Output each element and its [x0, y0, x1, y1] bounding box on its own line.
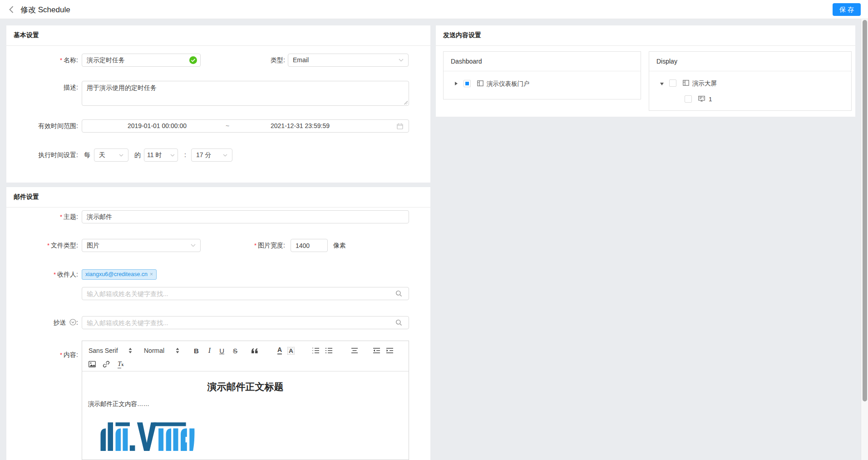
ordered-list-icon[interactable]	[312, 347, 320, 354]
underline-button[interactable]: U	[219, 347, 224, 355]
search-icon	[395, 319, 402, 326]
send-content-title: 发送内容设置	[443, 31, 481, 40]
description-label: 描述:	[24, 81, 78, 94]
display-node-label[interactable]: 演示大屏	[692, 80, 717, 87]
exec-hour-value: 11 时	[147, 149, 162, 161]
exec-minute-select[interactable]: 17 分	[191, 148, 232, 162]
dashboard-tree-box: Dashboard 演示仪表板门户	[443, 51, 641, 99]
recipient-tag[interactable]: xiangxu6@creditease.cn×	[82, 269, 157, 280]
insert-link-icon[interactable]	[103, 361, 110, 368]
type-select-value: Email	[293, 54, 309, 66]
editor-body[interactable]: 演示邮件正文标题 演示邮件正文内容……	[82, 371, 409, 460]
chevron-down-icon	[119, 154, 123, 157]
basic-settings-title: 基本设置	[14, 31, 39, 40]
exec-colon-text: :	[184, 148, 186, 162]
strike-button[interactable]: S	[233, 347, 237, 355]
display-child-checkbox[interactable]	[685, 95, 692, 103]
display-child-label[interactable]: 1	[709, 96, 712, 103]
exec-hour-select[interactable]: 11 时	[144, 148, 178, 162]
range-end-value: 2021-12-31 23:59:59	[232, 120, 368, 132]
name-valid-check-icon	[189, 56, 197, 64]
back-icon[interactable]	[7, 5, 16, 14]
display-icon	[683, 80, 689, 86]
top-header: 修改 Schedule 保 存	[0, 0, 868, 19]
display-node-checkbox[interactable]	[669, 79, 676, 87]
exec-unit-select[interactable]: 天	[94, 148, 128, 162]
mail-settings-title: 邮件设置	[14, 193, 39, 201]
name-label: *名称:	[24, 54, 78, 67]
rich-text-editor[interactable]: Sans Serif Normal B I U S A A	[82, 341, 409, 460]
content-label: *内容:	[24, 348, 78, 361]
italic-button[interactable]: I	[208, 346, 211, 355]
subject-input[interactable]	[82, 210, 409, 223]
align-icon[interactable]	[351, 347, 358, 354]
valid-range-label: 有效时间范围:	[7, 119, 78, 133]
exec-minute-value: 17 分	[196, 149, 211, 161]
exec-unit-value: 天	[99, 149, 105, 161]
scrollbar-thumb[interactable]	[863, 20, 867, 401]
exec-time-label: 执行时间设置:	[7, 148, 78, 162]
basic-settings-card: 基本设置 *名称: 类型: Email 描述: 用于演示使用的定时任务 有效时间…	[6, 25, 430, 183]
bg-color-button[interactable]: A	[287, 347, 294, 355]
exec-every-text: 每	[84, 148, 90, 162]
filetype-value: 图片	[87, 239, 99, 252]
size-picker[interactable]: Normal	[144, 347, 179, 354]
cc-search-input[interactable]	[82, 316, 409, 329]
display-tree-title: Display	[649, 52, 851, 71]
email-body-title: 演示邮件正文标题	[82, 381, 409, 393]
required-mark: *	[254, 242, 256, 249]
cc-label: 抄送 :	[24, 316, 78, 329]
vertical-scrollbar[interactable]	[861, 19, 868, 460]
cc-expand-icon[interactable]	[69, 319, 76, 326]
name-input[interactable]	[82, 54, 201, 67]
required-mark: *	[54, 271, 56, 278]
dashboard-tree-title: Dashboard	[444, 52, 641, 71]
required-mark: *	[60, 57, 62, 64]
imgwidth-label: *图片宽度:	[235, 239, 285, 252]
chevron-down-icon	[399, 59, 404, 62]
imgwidth-unit: 像素	[333, 239, 346, 252]
blockquote-icon[interactable]	[251, 348, 258, 354]
dashboard-icon	[477, 80, 483, 86]
recipient-email: xiangxu6@creditease.cn	[85, 271, 148, 277]
caret-down-icon[interactable]	[660, 83, 664, 85]
recipient-search-input[interactable]	[82, 287, 409, 300]
required-mark: *	[60, 213, 62, 220]
save-button[interactable]: 保 存	[833, 3, 861, 16]
subject-label: *主题:	[24, 210, 78, 223]
bullet-list-icon[interactable]	[325, 347, 333, 354]
dashboard-node-label[interactable]: 演示仪表板门户	[487, 80, 530, 88]
display-tree-box: Display 演示大屏 1	[649, 51, 852, 111]
type-select[interactable]: Email	[288, 54, 409, 67]
imgwidth-input[interactable]	[291, 239, 328, 252]
outdent-icon[interactable]	[373, 347, 380, 354]
davinci-logo	[100, 421, 206, 451]
send-content-card: 发送内容设置 Dashboard 演示仪表板门户 Display 演示大屏	[436, 25, 855, 117]
date-range-picker[interactable]: 2019-01-01 00:00:00 ~ 2021-12-31 23:59:5…	[82, 119, 409, 133]
search-icon	[395, 290, 402, 297]
resize-grip-icon[interactable]	[404, 100, 408, 104]
range-start-value: 2019-01-01 00:00:00	[82, 120, 232, 132]
dashboard-node-checkbox[interactable]	[464, 80, 471, 87]
filetype-select[interactable]: 图片	[82, 239, 201, 252]
divider	[6, 207, 430, 208]
calendar-icon	[397, 123, 403, 129]
mail-settings-card: 邮件设置 *主题: *文件类型: 图片 *图片宽度: 像素 *收件人: xian…	[6, 187, 430, 460]
insert-image-icon[interactable]	[89, 361, 96, 367]
email-body-text: 演示邮件正文内容……	[88, 400, 149, 408]
text-color-button[interactable]: A	[277, 346, 282, 355]
required-mark: *	[60, 351, 62, 358]
tag-close-icon[interactable]: ×	[150, 271, 153, 277]
updown-icon	[176, 348, 179, 353]
font-picker[interactable]: Sans Serif	[89, 347, 132, 354]
description-textarea[interactable]: 用于演示使用的定时任务	[82, 81, 409, 106]
divider	[6, 45, 430, 46]
clear-format-icon[interactable]: Tx	[118, 360, 123, 368]
bold-button[interactable]: B	[194, 347, 199, 355]
indent-icon[interactable]	[386, 347, 394, 354]
size-picker-value: Normal	[144, 347, 164, 354]
chevron-down-icon	[223, 154, 227, 157]
caret-right-icon[interactable]	[455, 82, 458, 85]
type-label: 类型:	[249, 54, 285, 67]
page-title: 修改 Schedule	[20, 5, 70, 15]
